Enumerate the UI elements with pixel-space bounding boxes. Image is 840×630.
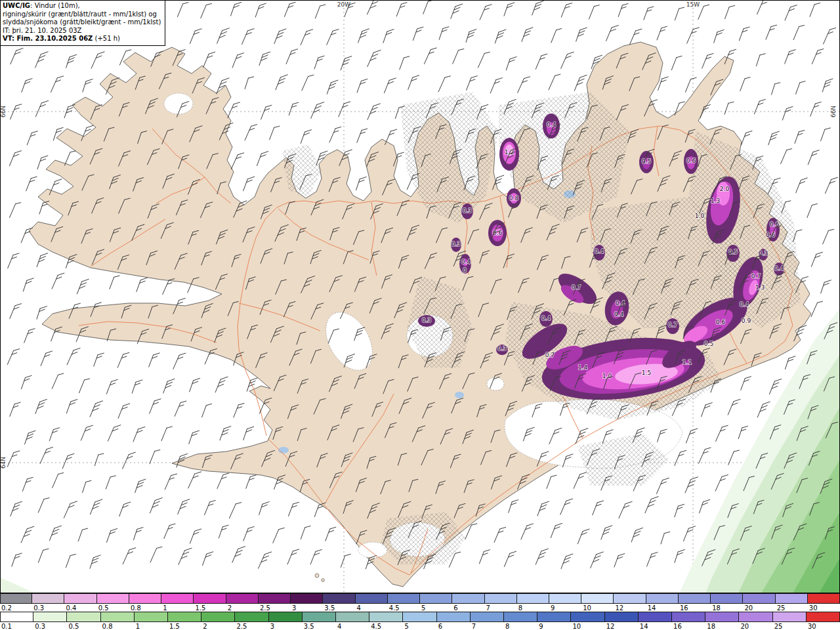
colorbar-swatch	[101, 612, 135, 622]
colorbar-cell: 4.5	[388, 593, 420, 612]
colorbar-value: 4	[336, 622, 369, 630]
colorbar-cell: 30	[807, 612, 840, 630]
colorbar-sleet-snow: 0.20.30.40.50.811.522.533.544.5567891012…	[0, 593, 840, 612]
colorbar-cell: 16	[672, 612, 705, 630]
colorbar-value: 9	[537, 622, 571, 630]
colorbar-swatch	[743, 593, 775, 604]
colorbar-cell: 0.5	[67, 612, 100, 630]
colorbar-cell: 4.5	[369, 612, 403, 630]
colorbar-cell: 10	[571, 612, 604, 630]
colorbar-swatch	[773, 612, 807, 622]
colorbar-cell: 25	[773, 612, 807, 630]
colorbar-value: 25	[773, 622, 807, 630]
colorbar-cell: 1.5	[168, 612, 201, 630]
colorbar-cell: 3.5	[323, 593, 355, 612]
title-line-5: VT: Fim. 23.10.2025 06Z (+51 h)	[3, 35, 161, 43]
colorbar-swatch	[259, 593, 291, 604]
colorbar-swatch	[679, 593, 711, 604]
colorbar-cell: 16	[679, 593, 711, 612]
colorbar-value: 2	[201, 622, 235, 630]
longitude-label: 15W	[686, 1, 700, 8]
colorbar-value: 1	[135, 622, 168, 630]
colorbar-swatch	[269, 612, 303, 622]
colorbar-swatch	[135, 612, 168, 622]
colorbar-swatch	[291, 593, 323, 604]
colorbar-swatch	[711, 593, 743, 604]
colorbar-swatch	[303, 612, 336, 622]
precip-value-label: 0.4	[740, 301, 749, 308]
colorbar-swatch	[504, 612, 537, 622]
colorbar-cell: 1.5	[194, 593, 226, 612]
colorbar-value: 30	[807, 622, 840, 630]
colorbar-swatch	[549, 593, 581, 604]
colorbar-swatch	[705, 612, 739, 622]
colorbar-swatch	[808, 593, 840, 604]
precip-value-label: 0.5	[642, 158, 651, 165]
precip-value-label: 0.5	[704, 341, 713, 347]
precip-value-label: 0.3	[497, 345, 507, 352]
colorbar-swatch	[605, 612, 639, 622]
colorbar-swatch	[388, 593, 420, 604]
colorbar-cell: 4	[336, 612, 369, 630]
precip-value-label: 0.4	[541, 315, 551, 322]
colorbar-swatch	[32, 593, 64, 604]
colorbar-cell: 0.8	[129, 593, 161, 612]
colorbar-swatch	[639, 612, 672, 622]
colorbar-value: 0.8	[101, 622, 135, 630]
colorbar-swatch	[776, 593, 808, 604]
colorbar-swatch	[646, 593, 679, 604]
colorbar-cell: 8	[517, 593, 549, 612]
colorbar-cell: 3	[269, 612, 303, 630]
precip-value-label: 1.4	[578, 364, 588, 371]
precip-value-label: 1.3	[755, 284, 765, 291]
colorbar-cell: 1	[161, 593, 194, 612]
colorbar-cell: 1	[135, 612, 168, 630]
colorbar-value: 1.5	[168, 622, 201, 630]
colorbar-swatch	[807, 612, 840, 622]
colorbar-cell: 18	[711, 593, 743, 612]
colorbar-value: 20	[739, 622, 772, 630]
colorbar-value: 3	[269, 622, 303, 630]
colorbar-swatch	[201, 612, 235, 622]
colorbar-value: 16	[672, 622, 705, 630]
colorbar-cell: 0.3	[33, 612, 67, 630]
colorbar-cell: 0.8	[101, 612, 135, 630]
colorbar-value: 12	[605, 622, 639, 630]
colorbar-swatch	[129, 593, 161, 604]
colorbar-cell: 0.1	[0, 612, 33, 630]
precip-value-label: 1.5	[642, 369, 651, 376]
colorbar-cell: 20	[739, 612, 772, 630]
colorbar-value: 10	[571, 622, 604, 630]
colorbar-swatch	[161, 593, 194, 604]
title-line-2: rigning/skúrir (grænt/blátt/rautt - mm/1…	[3, 10, 161, 19]
colorbar-swatch	[226, 593, 259, 604]
colorbar-value: 7	[471, 622, 504, 630]
map-area: 0.41.20.50.60.80.30.60.30.402.01.31.00.6…	[0, 0, 840, 593]
precip-value-label: 0.3	[452, 241, 461, 247]
colorbar-swatch	[369, 612, 403, 622]
colorbar-value: 5	[403, 622, 436, 630]
precip-value-label: 0.8	[509, 195, 519, 201]
colorbar-value: 6	[437, 622, 471, 630]
colorbar-cell: 0.3	[32, 593, 64, 612]
colorbar-swatch	[614, 593, 646, 604]
colorbar-cell: 2.5	[235, 612, 268, 630]
colorbar-value: 0.5	[67, 622, 100, 630]
colorbar-cell: 0.4	[64, 593, 96, 612]
colorbar-swatch	[537, 612, 571, 622]
colorbar-cell: 5	[403, 612, 436, 630]
colorbar-swatch	[672, 612, 705, 622]
colorbar-swatch	[97, 593, 129, 604]
colorbar-value: 3.5	[303, 622, 336, 630]
colorbar-value: 0.3	[33, 622, 67, 630]
colorbar-swatch	[194, 593, 226, 604]
colorbar-value: 4.5	[369, 622, 403, 630]
colorbar-cell: 6	[452, 593, 484, 612]
colorbar-cell: 2.5	[259, 593, 291, 612]
colorbar-cell: 10	[581, 593, 614, 612]
colorbar-cell: 25	[776, 593, 808, 612]
latitude-label: 66N	[0, 106, 7, 117]
weather-map-svg: 0.41.20.50.60.80.30.60.30.402.01.31.00.6…	[0, 0, 840, 593]
precip-value-label: 0.7	[751, 273, 761, 280]
precip-value-label: 0.3	[463, 207, 472, 214]
